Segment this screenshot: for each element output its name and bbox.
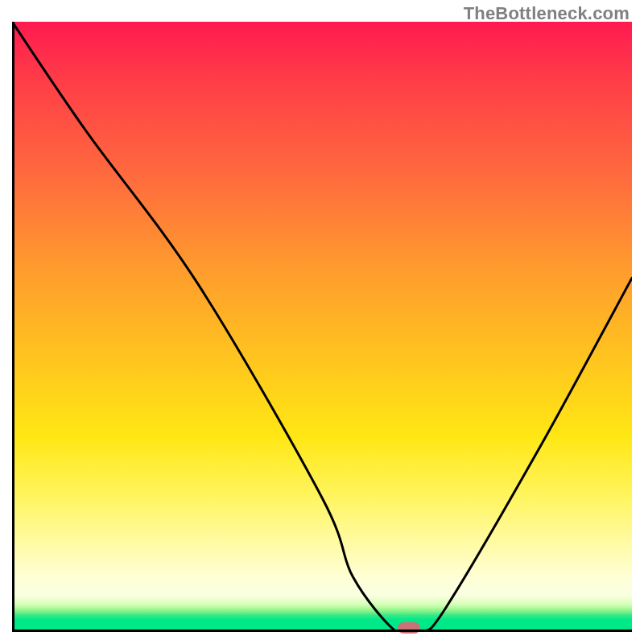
chart-container: TheBottleneck.com	[0, 0, 644, 644]
plot-area	[12, 22, 632, 632]
bottleneck-curve	[12, 22, 632, 632]
y-axis-line	[12, 22, 14, 632]
x-axis-line	[12, 630, 632, 632]
